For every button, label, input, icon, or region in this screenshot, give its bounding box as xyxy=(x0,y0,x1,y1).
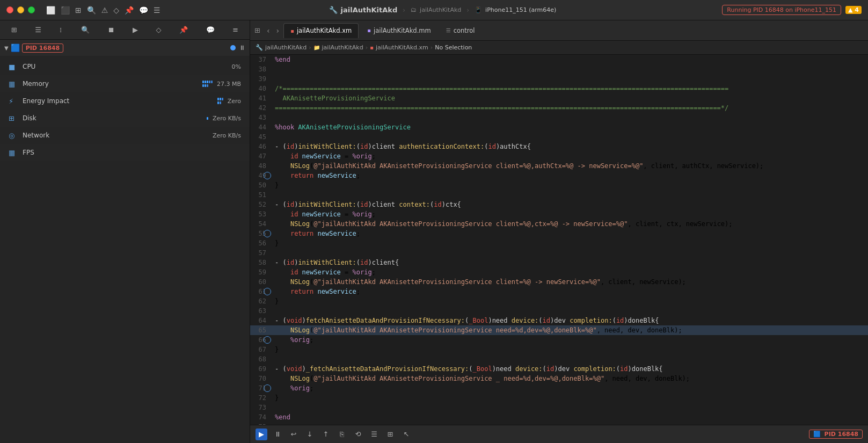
pause-icon[interactable]: ⏸ xyxy=(239,44,245,52)
debug-pause-btn[interactable]: ⏸ xyxy=(272,429,283,440)
sidebar-icon-lines[interactable]: ≡ xyxy=(229,24,242,36)
device-target: iPhone11_151 (arm64e) xyxy=(485,6,556,13)
network-value: Zero KB/s xyxy=(213,132,241,139)
disk-icon: ⊞ xyxy=(9,114,18,122)
breadcrumb: 🔧 jailAuthKitAkd › 📁 jailAuthKitAkd › ▪ … xyxy=(250,41,868,55)
warning-icon[interactable]: ⚠ xyxy=(99,5,111,16)
list-icon[interactable]: ☰ xyxy=(151,5,163,16)
pin-icon[interactable]: 📌 xyxy=(122,5,136,16)
pid-row[interactable]: ▼ 🟦 PID 16848 ⏸ xyxy=(0,40,250,56)
code-line: 58 - (id)initWithClient:(id)client{ xyxy=(250,258,868,267)
bc-project[interactable]: jailAuthKitAkd xyxy=(265,44,307,51)
debug-pointer-btn[interactable]: ↖ xyxy=(400,429,412,440)
debug-layout-btn[interactable]: ⊞ xyxy=(384,429,396,440)
titlebar-center: 🔧 jailAuthKitAkd › 🗂 jailAuthKitAkd › 📱 … xyxy=(163,6,723,14)
code-line: 38 xyxy=(250,64,868,74)
sidebar-toolbar: ⊞ ☰ ⫶ 🔍 ⏹ ▶ ◇ 📌 💬 ≡ xyxy=(0,20,250,40)
sidebar-toggle-icon[interactable]: ⬜ xyxy=(43,5,58,16)
code-line: 71 %orig; xyxy=(250,383,868,393)
code-line: 70 NSLog(@"jailAuthKitAkd AKAnisetteProv… xyxy=(250,374,868,383)
shape-icon[interactable]: ◇ xyxy=(111,5,122,16)
energy-label: Energy Impact xyxy=(23,97,217,105)
tab-bar: ⊞ ‹ › ▪ jailAuthKitAkd.xm ▪ jailAuthKitA… xyxy=(250,20,868,41)
pid-bottom-badge[interactable]: 🟦 PID 16848 xyxy=(809,430,863,439)
tab-xm[interactable]: ▪ jailAuthKitAkd.xm xyxy=(283,23,359,38)
tab-mm[interactable]: ▪ jailAuthKitAkd.mm xyxy=(361,23,437,38)
debug-console-btn[interactable]: ☰ xyxy=(368,429,380,440)
expand-arrow: ▼ xyxy=(4,45,9,51)
energy-bars xyxy=(217,98,223,104)
code-line: 37 %end xyxy=(250,55,868,64)
minimize-button[interactable] xyxy=(17,6,24,13)
debug-step-over-btn[interactable]: ↩ xyxy=(288,429,300,440)
metric-memory[interactable]: ▦ Memory 27.3 MB xyxy=(0,75,250,92)
comment-icon[interactable]: 💬 xyxy=(136,5,151,16)
maximize-button[interactable] xyxy=(28,6,35,13)
metric-energy[interactable]: ⚡ Energy Impact Zero xyxy=(0,92,250,110)
metrics-section: ■ CPU 0% ▦ Memory 27.3 MB xyxy=(0,56,250,163)
tab-mm-icon: ▪ xyxy=(367,27,371,33)
code-line: 61 return newService; xyxy=(250,287,868,296)
editor-area: ⊞ ‹ › ▪ jailAuthKitAkd.xm ▪ jailAuthKitA… xyxy=(250,20,868,443)
code-line: 64 - (void)fetchAnisetteDataAndProvision… xyxy=(250,316,868,325)
metric-cpu[interactable]: ■ CPU 0% xyxy=(0,58,250,75)
code-line: 44 %hook AKAnisetteProvisioningService xyxy=(250,122,868,132)
sidebar-icon-stop[interactable]: ⏹ xyxy=(105,24,118,36)
energy-value: Zero xyxy=(228,98,241,105)
code-line: 62 } xyxy=(250,296,868,306)
source-control-icon[interactable]: ⊞ xyxy=(254,26,260,34)
code-line: 40 /*===================================… xyxy=(250,84,868,93)
pid-icon-bottom: 🟦 xyxy=(813,431,821,438)
hierarchy-icon[interactable]: ⊞ xyxy=(72,5,84,16)
sidebar-icon-grid[interactable]: ⊞ xyxy=(8,24,20,36)
metric-disk[interactable]: ⊞ Disk Zero KB/s xyxy=(0,110,250,127)
titlebar-right: Running PID 16848 on iPhone11_151 ▲ 4 xyxy=(722,5,862,15)
metric-fps[interactable]: ▦ FPS xyxy=(0,144,250,161)
code-line: 69 - (void)_fetchAnisetteDataAndProvisio… xyxy=(250,364,868,374)
memory-value: 27.3 MB xyxy=(217,81,241,88)
memory-icon: ▦ xyxy=(9,80,18,88)
search-icon[interactable]: 🔍 xyxy=(84,5,99,16)
code-line: 74 %end xyxy=(250,412,868,422)
debug-copy-btn[interactable]: ⎘ xyxy=(336,429,348,440)
code-line: 52 - (id)initWithClient:(id)client conte… xyxy=(250,200,868,209)
tab-back-btn[interactable]: ‹ xyxy=(264,25,273,36)
device-name: jailAuthKitAkd xyxy=(420,6,461,13)
code-editor[interactable]: 37 %end 38 39 40 /*=====================… xyxy=(250,55,868,425)
sidebar-icon-pin[interactable]: 📌 xyxy=(176,24,191,36)
network-icon: ◎ xyxy=(9,132,18,140)
code-line: 68 xyxy=(250,354,868,364)
fps-icon: ▦ xyxy=(9,149,18,157)
code-line: 48 NSLog(@"jailAuthKitAkd AKAnisetteProv… xyxy=(250,161,868,171)
sidebar-icon-tree[interactable]: ⫶ xyxy=(56,24,66,36)
memory-label: Memory xyxy=(23,80,202,88)
sidebar-icon-comment[interactable]: 💬 xyxy=(203,24,218,36)
debug-play-btn[interactable]: ▶ xyxy=(256,429,267,440)
sidebar-icon-search[interactable]: 🔍 xyxy=(78,24,93,36)
debug-share-btn[interactable]: ⟲ xyxy=(352,429,364,440)
running-badge: Running PID 16848 on iPhone11_151 xyxy=(722,5,841,15)
breakpoints-icon[interactable]: ⬛ xyxy=(58,5,72,16)
close-button[interactable] xyxy=(6,6,13,13)
debug-step-out-btn[interactable]: ↑ xyxy=(320,429,332,440)
bc-selection[interactable]: No Selection xyxy=(435,44,472,51)
bc-file[interactable]: jailAuthKitAkd.xm xyxy=(376,44,428,51)
cpu-icon: ■ xyxy=(9,63,18,71)
bc-folder[interactable]: jailAuthKitAkd xyxy=(322,44,363,51)
tab-ctrl-label: control xyxy=(454,27,475,34)
sidebar-icon-diamond[interactable]: ◇ xyxy=(153,24,165,36)
titlebar: ⬜ ⬛ ⊞ 🔍 ⚠ ◇ 📌 💬 ☰ 🔧 jailAuthKitAkd › 🗂 j… xyxy=(0,0,868,20)
tab-control[interactable]: ☰ control xyxy=(440,23,482,38)
sidebar-icon-list[interactable]: ☰ xyxy=(32,24,45,36)
code-line: 46 - (id)initWithClient:(id)client authe… xyxy=(250,142,868,151)
code-line: 59 id newService = %orig; xyxy=(250,267,868,277)
code-line: 39 xyxy=(250,74,868,84)
debug-step-into-btn[interactable]: ↓ xyxy=(304,429,316,440)
metric-network[interactable]: ◎ Network Zero KB/s xyxy=(0,127,250,144)
sidebar-icon-play[interactable]: ▶ xyxy=(129,24,141,36)
pid-badge: PID 16848 xyxy=(22,43,63,53)
tab-forward-btn[interactable]: › xyxy=(273,25,283,36)
bottom-bar: ▶ ⏸ ↩ ↓ ↑ ⎘ ⟲ ☰ ⊞ ↖ 🟦 PID 16848 xyxy=(250,425,868,443)
code-line: 67 } xyxy=(250,345,868,354)
code-line: 47 id newService = %orig; xyxy=(250,151,868,161)
